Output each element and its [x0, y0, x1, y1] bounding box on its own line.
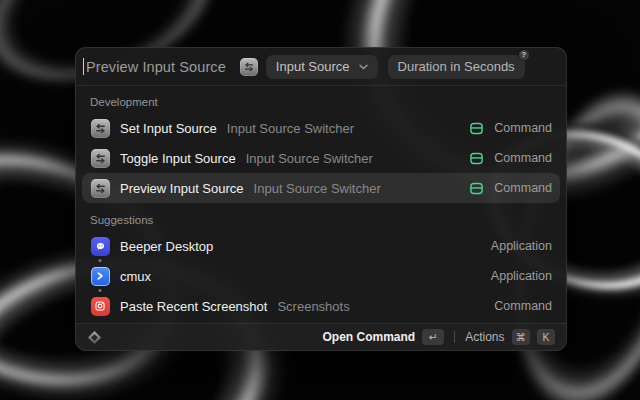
- chevron-down-icon: [359, 64, 368, 70]
- item-accessory: Command: [494, 299, 552, 313]
- input-source-switcher-icon: [90, 178, 110, 198]
- command-icon: [469, 121, 484, 136]
- screenshots-icon: [90, 296, 110, 316]
- list-item-cmux[interactable]: cmux Application: [82, 261, 560, 291]
- list-item-paste-recent-screenshot[interactable]: Paste Recent Screenshot Screenshots Comm…: [82, 291, 560, 321]
- open-command-button[interactable]: Open Command: [322, 330, 415, 344]
- argument-placeholder: Duration in Seconds: [398, 59, 515, 74]
- input-source-switcher-icon: [240, 58, 258, 76]
- item-title: Beeper Desktop: [120, 239, 213, 254]
- item-subtitle: Input Source Switcher: [254, 181, 381, 196]
- input-source-switcher-icon: [90, 148, 110, 168]
- item-title: Preview Input Source: [120, 181, 244, 196]
- item-title: Paste Recent Screenshot: [120, 299, 267, 314]
- cmux-icon: [90, 266, 110, 286]
- question-badge: ?: [518, 49, 530, 61]
- action-bar: Open Command ↵ Actions ⌘ K: [76, 323, 566, 350]
- actions-button[interactable]: Actions: [465, 330, 504, 344]
- text-caret: [83, 58, 84, 75]
- list-item-preview-input-source-selected[interactable]: Preview Input Source Input Source Switch…: [82, 173, 560, 203]
- results-list: Development Set Input Source Input Sourc…: [76, 86, 566, 323]
- duration-argument-field[interactable]: Duration in Seconds ?: [388, 55, 525, 79]
- k-key: K: [537, 329, 555, 345]
- input-source-dropdown[interactable]: Input Source: [266, 55, 378, 79]
- list-item-beeper-desktop[interactable]: Beeper Desktop Application: [82, 231, 560, 261]
- command-icon: [469, 151, 484, 166]
- search-input[interactable]: Preview Input Source: [86, 59, 226, 75]
- item-subtitle: Input Source Switcher: [227, 121, 354, 136]
- item-accessory: Command: [494, 181, 552, 195]
- cmd-key: ⌘: [512, 329, 531, 345]
- running-indicator: [99, 259, 102, 262]
- item-accessory: Application: [491, 269, 552, 283]
- item-title: Toggle Input Source: [120, 151, 236, 166]
- list-item-set-input-source[interactable]: Set Input Source Input Source Switcher C…: [82, 113, 560, 143]
- return-key: ↵: [422, 329, 444, 345]
- command-icon: [469, 181, 484, 196]
- item-accessory: Command: [494, 151, 552, 165]
- raycast-logo-icon: [87, 330, 102, 345]
- dropdown-label: Input Source: [276, 59, 350, 74]
- list-item-toggle-input-source[interactable]: Toggle Input Source Input Source Switche…: [82, 143, 560, 173]
- command-palette-window: Preview Input Source Input Source Durati…: [75, 47, 567, 351]
- section-header-suggestions: Suggestions: [90, 214, 552, 226]
- search-bar: Preview Input Source Input Source Durati…: [76, 48, 566, 86]
- item-title: Set Input Source: [120, 121, 217, 136]
- item-accessory: Application: [491, 239, 552, 253]
- section-header-development: Development: [90, 96, 552, 108]
- input-source-switcher-icon: [90, 118, 110, 138]
- beeper-desktop-icon: [90, 236, 110, 256]
- footer-divider: [454, 331, 455, 343]
- item-subtitle: Input Source Switcher: [246, 151, 373, 166]
- item-title: cmux: [120, 269, 151, 284]
- item-accessory: Command: [494, 121, 552, 135]
- item-subtitle: Screenshots: [277, 299, 349, 314]
- running-indicator: [99, 289, 102, 292]
